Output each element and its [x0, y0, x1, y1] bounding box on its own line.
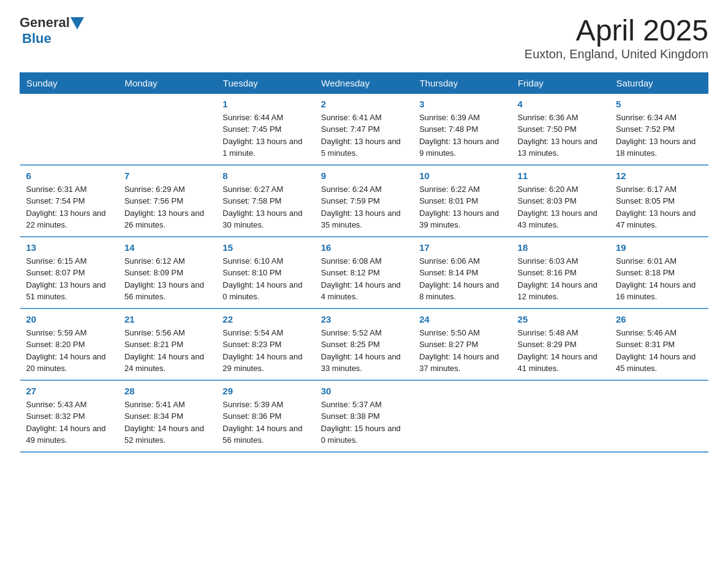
day-number: 10 [419, 170, 505, 181]
day-number: 16 [321, 242, 407, 253]
day-number: 20 [26, 314, 112, 324]
header-saturday: Saturday [610, 72, 708, 93]
calendar-cell: 12Sunrise: 6:17 AM Sunset: 8:05 PM Dayli… [610, 165, 708, 237]
day-number: 30 [321, 386, 407, 396]
header-sunday: Sunday [20, 72, 118, 93]
day-number: 14 [124, 242, 210, 253]
day-number: 2 [321, 99, 407, 109]
day-info: Sunrise: 6:24 AM Sunset: 7:59 PM Dayligh… [321, 183, 407, 231]
logo-general: General [20, 15, 70, 31]
calendar-cell [512, 380, 610, 452]
day-info: Sunrise: 6:39 AM Sunset: 7:48 PM Dayligh… [419, 112, 505, 159]
calendar-cell: 30Sunrise: 5:37 AM Sunset: 8:38 PM Dayli… [315, 380, 413, 452]
day-number: 18 [518, 242, 604, 253]
logo-block: General Blue [20, 15, 84, 47]
day-info: Sunrise: 6:36 AM Sunset: 7:50 PM Dayligh… [518, 112, 604, 159]
day-number: 9 [321, 170, 407, 181]
calendar-cell: 9Sunrise: 6:24 AM Sunset: 7:59 PM Daylig… [315, 165, 413, 237]
day-info: Sunrise: 6:17 AM Sunset: 8:05 PM Dayligh… [616, 183, 702, 231]
page-header: General Blue April 2025 Euxton, England,… [20, 15, 708, 61]
calendar-cell [610, 380, 708, 452]
calendar-week-4: 20Sunrise: 5:59 AM Sunset: 8:20 PM Dayli… [20, 308, 708, 380]
logo-triangle-icon [70, 17, 84, 29]
calendar-week-3: 13Sunrise: 6:15 AM Sunset: 8:07 PM Dayli… [20, 237, 708, 308]
day-number: 28 [124, 386, 210, 396]
header-tuesday: Tuesday [216, 72, 314, 93]
day-info: Sunrise: 5:54 AM Sunset: 8:23 PM Dayligh… [222, 327, 308, 375]
calendar-cell: 28Sunrise: 5:41 AM Sunset: 8:34 PM Dayli… [118, 380, 216, 452]
day-info: Sunrise: 5:41 AM Sunset: 8:34 PM Dayligh… [124, 399, 210, 446]
header-monday: Monday [118, 72, 216, 93]
day-number: 15 [222, 242, 308, 253]
day-info: Sunrise: 6:01 AM Sunset: 8:18 PM Dayligh… [616, 255, 702, 303]
title-block: April 2025 Euxton, England, United Kingd… [525, 15, 708, 61]
svg-marker-0 [70, 17, 84, 29]
day-info: Sunrise: 6:08 AM Sunset: 8:12 PM Dayligh… [321, 255, 407, 303]
calendar-cell: 4Sunrise: 6:36 AM Sunset: 7:50 PM Daylig… [512, 93, 610, 165]
day-number: 23 [321, 314, 407, 324]
day-number: 12 [616, 170, 702, 181]
calendar-cell: 23Sunrise: 5:52 AM Sunset: 8:25 PM Dayli… [315, 308, 413, 380]
day-info: Sunrise: 5:43 AM Sunset: 8:32 PM Dayligh… [26, 399, 112, 446]
day-info: Sunrise: 6:41 AM Sunset: 7:47 PM Dayligh… [321, 112, 407, 159]
day-info: Sunrise: 5:37 AM Sunset: 8:38 PM Dayligh… [321, 399, 407, 446]
calendar-cell: 11Sunrise: 6:20 AM Sunset: 8:03 PM Dayli… [512, 165, 610, 237]
calendar-cell: 29Sunrise: 5:39 AM Sunset: 8:36 PM Dayli… [216, 380, 314, 452]
day-number: 27 [26, 386, 112, 396]
day-number: 1 [222, 99, 308, 109]
calendar-cell [118, 93, 216, 165]
day-number: 13 [26, 242, 112, 253]
day-info: Sunrise: 5:39 AM Sunset: 8:36 PM Dayligh… [222, 399, 308, 446]
calendar-cell: 18Sunrise: 6:03 AM Sunset: 8:16 PM Dayli… [512, 237, 610, 308]
day-number: 4 [518, 99, 604, 109]
day-info: Sunrise: 5:46 AM Sunset: 8:31 PM Dayligh… [616, 327, 702, 375]
day-number: 17 [419, 242, 505, 253]
day-number: 3 [419, 99, 505, 109]
day-number: 25 [518, 314, 604, 324]
logo-blue: Blue [22, 31, 51, 47]
calendar-cell: 24Sunrise: 5:50 AM Sunset: 8:27 PM Dayli… [413, 308, 511, 380]
calendar-table: Sunday Monday Tuesday Wednesday Thursday… [20, 72, 708, 453]
calendar-cell [413, 380, 511, 452]
day-number: 7 [124, 170, 210, 181]
calendar-cell: 6Sunrise: 6:31 AM Sunset: 7:54 PM Daylig… [20, 165, 118, 237]
calendar-body: 1Sunrise: 6:44 AM Sunset: 7:45 PM Daylig… [20, 93, 708, 452]
calendar-cell: 14Sunrise: 6:12 AM Sunset: 8:09 PM Dayli… [118, 237, 216, 308]
calendar-cell: 26Sunrise: 5:46 AM Sunset: 8:31 PM Dayli… [610, 308, 708, 380]
day-info: Sunrise: 6:34 AM Sunset: 7:52 PM Dayligh… [616, 112, 702, 159]
day-number: 5 [616, 99, 702, 109]
calendar-cell [20, 93, 118, 165]
calendar-cell: 1Sunrise: 6:44 AM Sunset: 7:45 PM Daylig… [216, 93, 314, 165]
calendar-cell: 17Sunrise: 6:06 AM Sunset: 8:14 PM Dayli… [413, 237, 511, 308]
calendar-cell: 27Sunrise: 5:43 AM Sunset: 8:32 PM Dayli… [20, 380, 118, 452]
day-number: 22 [222, 314, 308, 324]
day-number: 6 [26, 170, 112, 181]
header-wednesday: Wednesday [315, 72, 413, 93]
calendar-cell: 10Sunrise: 6:22 AM Sunset: 8:01 PM Dayli… [413, 165, 511, 237]
page-subtitle: Euxton, England, United Kingdom [525, 47, 708, 61]
day-info: Sunrise: 6:31 AM Sunset: 7:54 PM Dayligh… [26, 183, 112, 231]
calendar-cell: 13Sunrise: 6:15 AM Sunset: 8:07 PM Dayli… [20, 237, 118, 308]
day-info: Sunrise: 6:12 AM Sunset: 8:09 PM Dayligh… [124, 255, 210, 303]
page-title: April 2025 [525, 15, 708, 47]
day-info: Sunrise: 6:10 AM Sunset: 8:10 PM Dayligh… [222, 255, 308, 303]
calendar-week-1: 1Sunrise: 6:44 AM Sunset: 7:45 PM Daylig… [20, 93, 708, 165]
logo: General Blue [20, 15, 84, 47]
day-number: 29 [222, 386, 308, 396]
calendar-week-5: 27Sunrise: 5:43 AM Sunset: 8:32 PM Dayli… [20, 380, 708, 452]
day-number: 24 [419, 314, 505, 324]
calendar-header: Sunday Monday Tuesday Wednesday Thursday… [20, 72, 708, 93]
calendar-week-2: 6Sunrise: 6:31 AM Sunset: 7:54 PM Daylig… [20, 165, 708, 237]
day-info: Sunrise: 5:50 AM Sunset: 8:27 PM Dayligh… [419, 327, 505, 375]
calendar-cell: 8Sunrise: 6:27 AM Sunset: 7:58 PM Daylig… [216, 165, 314, 237]
header-friday: Friday [512, 72, 610, 93]
calendar-cell: 22Sunrise: 5:54 AM Sunset: 8:23 PM Dayli… [216, 308, 314, 380]
day-info: Sunrise: 6:27 AM Sunset: 7:58 PM Dayligh… [222, 183, 308, 231]
day-info: Sunrise: 5:59 AM Sunset: 8:20 PM Dayligh… [26, 327, 112, 375]
calendar-cell: 25Sunrise: 5:48 AM Sunset: 8:29 PM Dayli… [512, 308, 610, 380]
day-info: Sunrise: 6:44 AM Sunset: 7:45 PM Dayligh… [222, 112, 308, 159]
calendar-cell: 19Sunrise: 6:01 AM Sunset: 8:18 PM Dayli… [610, 237, 708, 308]
day-info: Sunrise: 6:20 AM Sunset: 8:03 PM Dayligh… [518, 183, 604, 231]
day-number: 11 [518, 170, 604, 181]
calendar-cell: 21Sunrise: 5:56 AM Sunset: 8:21 PM Dayli… [118, 308, 216, 380]
